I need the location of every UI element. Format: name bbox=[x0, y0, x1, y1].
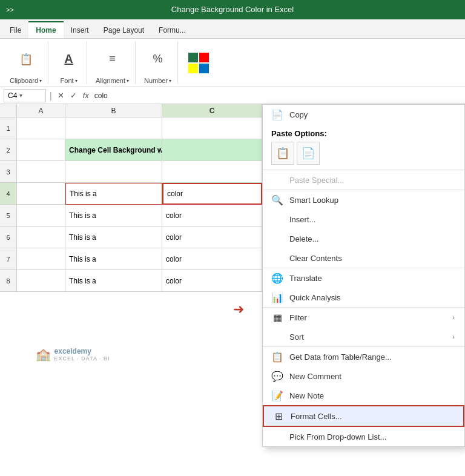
cell-B2[interactable]: Change Cell Background with bbox=[65, 139, 162, 161]
formula-confirm-icon[interactable]: ✓ bbox=[68, 91, 79, 100]
ribbon-group-alignment: ≡ Alignment ▾ bbox=[90, 41, 136, 84]
new-note-label: New Note bbox=[289, 391, 455, 400]
table-row: 3 bbox=[0, 161, 263, 183]
tab-insert[interactable]: Insert bbox=[64, 22, 96, 38]
context-menu-format-cells[interactable]: ⊞ Format Cells... bbox=[263, 405, 464, 427]
col-header-A[interactable]: A bbox=[17, 104, 65, 117]
context-menu-new-note[interactable]: 📝 New Note bbox=[263, 386, 464, 405]
quick-analysis-icon: 📊 bbox=[271, 291, 283, 303]
context-menu-filter[interactable]: ▦ Filter › bbox=[263, 307, 464, 327]
number-icon[interactable]: % bbox=[148, 49, 168, 70]
context-menu-quick-analysis[interactable]: 📊 Quick Analysis bbox=[263, 288, 464, 307]
cell-C2[interactable] bbox=[162, 139, 262, 161]
column-header-row: A B C bbox=[0, 104, 263, 117]
row-number-7: 7 bbox=[0, 248, 17, 270]
pick-dropdown-icon bbox=[271, 431, 283, 443]
cell-C4[interactable]: color bbox=[162, 183, 262, 205]
table-row: 7 This is a color bbox=[0, 248, 263, 270]
pick-dropdown-label: Pick From Drop-down List... bbox=[289, 432, 455, 441]
row-number-1: 1 bbox=[0, 117, 17, 139]
cell-reference-box[interactable]: C4 ▾ bbox=[4, 89, 46, 102]
new-note-icon: 📝 bbox=[271, 389, 283, 402]
context-menu-smart-lookup[interactable]: 🔍 Smart Lookup bbox=[263, 190, 464, 210]
cell-C3[interactable] bbox=[162, 161, 262, 183]
cell-A7[interactable] bbox=[17, 248, 65, 270]
filter-icon: ▦ bbox=[271, 311, 283, 323]
paste-options-title: Paste Options: bbox=[271, 129, 456, 138]
delete-icon bbox=[271, 233, 283, 245]
cell-A1[interactable] bbox=[17, 117, 65, 139]
context-menu-sort[interactable]: Sort › bbox=[263, 327, 464, 346]
clipboard-icon[interactable]: 📋 bbox=[16, 49, 36, 70]
cell-A8[interactable] bbox=[17, 270, 65, 292]
filter-submenu-arrow: › bbox=[452, 314, 455, 321]
expand-icon[interactable]: >> bbox=[6, 4, 14, 16]
context-menu-copy[interactable]: 📄 Copy bbox=[263, 105, 464, 124]
context-menu-new-comment[interactable]: 💬 New Comment bbox=[263, 366, 464, 386]
ribbon-group-number: % Number ▾ bbox=[138, 41, 178, 84]
ribbon-tabs: File Home Insert Page Layout Formu... bbox=[0, 19, 465, 39]
watermark: 🏫 exceldemy EXCEL · DATA · BI bbox=[36, 347, 110, 362]
cell-B1[interactable] bbox=[65, 117, 162, 139]
format-cells-label: Format Cells... bbox=[291, 412, 453, 421]
clear-contents-icon bbox=[271, 252, 283, 264]
cell-B3[interactable] bbox=[65, 161, 162, 183]
formula-cancel-icon[interactable]: ✕ bbox=[56, 91, 66, 100]
formula-fx-icon[interactable]: fx bbox=[81, 91, 91, 100]
context-menu-get-data[interactable]: 📋 Get Data from Table/Range... bbox=[263, 346, 464, 366]
context-menu-translate[interactable]: 🌐 Translate bbox=[263, 268, 464, 288]
font-icon[interactable]: A bbox=[59, 49, 79, 70]
row-number-4: 4 bbox=[0, 183, 17, 205]
cell-C7[interactable]: color bbox=[162, 248, 262, 270]
context-menu-delete[interactable]: Delete... bbox=[263, 229, 464, 248]
tab-file[interactable]: File bbox=[2, 22, 28, 38]
context-menu-paste-special: Paste Special... bbox=[263, 170, 464, 190]
formula-content: colo bbox=[94, 91, 461, 100]
cell-A6[interactable] bbox=[17, 226, 65, 248]
translate-icon: 🌐 bbox=[271, 272, 283, 284]
get-data-icon: 📋 bbox=[271, 351, 283, 363]
main-content: A B C 1 2 Change Cell Background with bbox=[0, 104, 465, 365]
context-menu-pick-dropdown[interactable]: Pick From Drop-down List... bbox=[263, 427, 464, 446]
cell-C8[interactable]: color bbox=[162, 270, 262, 292]
translate-label: Translate bbox=[289, 274, 455, 283]
formula-bar-separator: | bbox=[50, 91, 52, 101]
col-header-B[interactable]: B bbox=[65, 104, 162, 117]
table-row: 6 This is a color bbox=[0, 226, 263, 248]
cell-C5[interactable]: color bbox=[162, 205, 262, 226]
new-comment-icon: 💬 bbox=[271, 370, 283, 382]
cell-A2[interactable] bbox=[17, 139, 65, 161]
col-header-C[interactable]: C bbox=[162, 104, 262, 117]
cell-A3[interactable] bbox=[17, 161, 65, 183]
context-menu-insert[interactable]: Insert... bbox=[263, 210, 464, 229]
context-menu-paste-section: Paste Options: 📋 📄 bbox=[263, 124, 464, 170]
tab-home[interactable]: Home bbox=[28, 21, 63, 38]
paste-icon-btn-2[interactable]: 📄 bbox=[297, 142, 320, 165]
formula-bar-controls: ✕ ✓ fx bbox=[56, 91, 91, 100]
copy-icon: 📄 bbox=[271, 108, 283, 121]
tab-formulas[interactable]: Formu... bbox=[151, 22, 193, 38]
context-menu: 📄 Copy Paste Options: 📋 📄 Paste Special.… bbox=[262, 104, 465, 447]
context-menu-clear-contents[interactable]: Clear Contents bbox=[263, 248, 464, 268]
cell-C6[interactable]: color bbox=[162, 226, 262, 248]
cell-B8[interactable]: This is a bbox=[65, 270, 162, 292]
paste-special-label: Paste Special... bbox=[289, 176, 455, 185]
formula-bar: C4 ▾ | ✕ ✓ fx colo bbox=[0, 87, 465, 104]
smart-lookup-label: Smart Lookup bbox=[289, 196, 455, 205]
cell-B5[interactable]: This is a bbox=[65, 205, 162, 226]
alignment-icon[interactable]: ≡ bbox=[102, 49, 123, 70]
cell-B4[interactable]: This is a bbox=[65, 183, 162, 205]
cell-A5[interactable] bbox=[17, 205, 65, 226]
row-number-header bbox=[0, 104, 17, 117]
cell-B6[interactable]: This is a bbox=[65, 226, 162, 248]
delete-label: Delete... bbox=[289, 234, 455, 243]
cell-A4[interactable] bbox=[17, 183, 65, 205]
tab-page-layout[interactable]: Page Layout bbox=[96, 22, 151, 38]
cell-C1[interactable] bbox=[162, 117, 262, 139]
paste-icon-btn-1[interactable]: 📋 bbox=[271, 142, 294, 165]
table-row: 1 bbox=[0, 117, 263, 139]
table-row: 4 This is a color bbox=[0, 183, 263, 205]
cell-B7[interactable]: This is a bbox=[65, 248, 162, 270]
spreadsheet[interactable]: A B C 1 2 Change Cell Background with bbox=[0, 104, 263, 365]
table-row: 5 This is a color bbox=[0, 205, 263, 226]
